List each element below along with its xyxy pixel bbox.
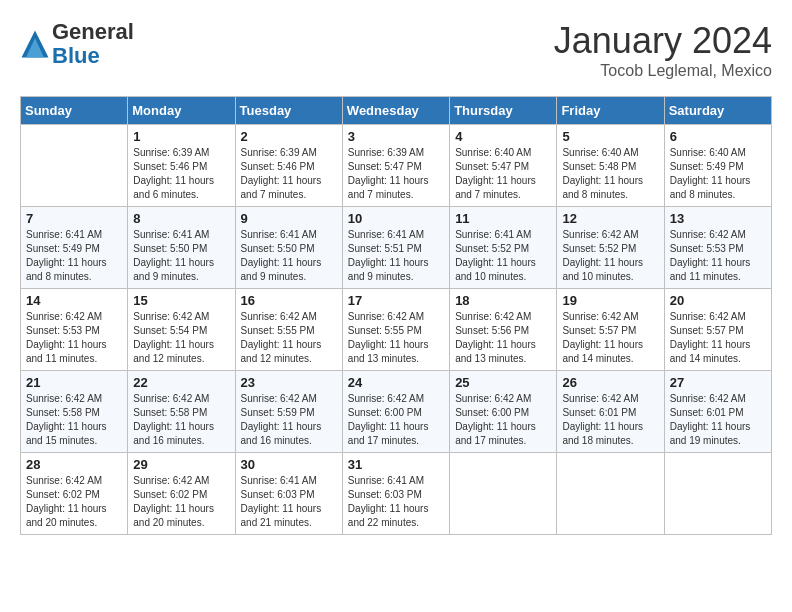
- day-number: 14: [26, 293, 122, 308]
- calendar-day-17: 17Sunrise: 6:42 AMSunset: 5:55 PMDayligh…: [342, 289, 449, 371]
- day-header-thursday: Thursday: [450, 97, 557, 125]
- calendar-day-20: 20Sunrise: 6:42 AMSunset: 5:57 PMDayligh…: [664, 289, 771, 371]
- calendar-day-13: 13Sunrise: 6:42 AMSunset: 5:53 PMDayligh…: [664, 207, 771, 289]
- calendar-empty-cell: [450, 453, 557, 535]
- day-number: 30: [241, 457, 337, 472]
- calendar-day-7: 7Sunrise: 6:41 AMSunset: 5:49 PMDaylight…: [21, 207, 128, 289]
- calendar-day-19: 19Sunrise: 6:42 AMSunset: 5:57 PMDayligh…: [557, 289, 664, 371]
- day-info: Sunrise: 6:42 AMSunset: 5:55 PMDaylight:…: [348, 310, 444, 366]
- calendar-day-16: 16Sunrise: 6:42 AMSunset: 5:55 PMDayligh…: [235, 289, 342, 371]
- day-number: 26: [562, 375, 658, 390]
- day-number: 7: [26, 211, 122, 226]
- calendar-day-6: 6Sunrise: 6:40 AMSunset: 5:49 PMDaylight…: [664, 125, 771, 207]
- calendar-table: SundayMondayTuesdayWednesdayThursdayFrid…: [20, 96, 772, 535]
- calendar-day-2: 2Sunrise: 6:39 AMSunset: 5:46 PMDaylight…: [235, 125, 342, 207]
- day-header-saturday: Saturday: [664, 97, 771, 125]
- day-number: 8: [133, 211, 229, 226]
- calendar-day-3: 3Sunrise: 6:39 AMSunset: 5:47 PMDaylight…: [342, 125, 449, 207]
- day-number: 18: [455, 293, 551, 308]
- calendar-day-31: 31Sunrise: 6:41 AMSunset: 6:03 PMDayligh…: [342, 453, 449, 535]
- day-info: Sunrise: 6:41 AMSunset: 5:51 PMDaylight:…: [348, 228, 444, 284]
- calendar-day-5: 5Sunrise: 6:40 AMSunset: 5:48 PMDaylight…: [557, 125, 664, 207]
- day-number: 6: [670, 129, 766, 144]
- day-number: 19: [562, 293, 658, 308]
- calendar-day-14: 14Sunrise: 6:42 AMSunset: 5:53 PMDayligh…: [21, 289, 128, 371]
- day-number: 1: [133, 129, 229, 144]
- day-info: Sunrise: 6:41 AMSunset: 6:03 PMDaylight:…: [241, 474, 337, 530]
- day-info: Sunrise: 6:39 AMSunset: 5:47 PMDaylight:…: [348, 146, 444, 202]
- calendar-empty-cell: [664, 453, 771, 535]
- day-info: Sunrise: 6:41 AMSunset: 5:49 PMDaylight:…: [26, 228, 122, 284]
- day-number: 13: [670, 211, 766, 226]
- calendar-week-row: 1Sunrise: 6:39 AMSunset: 5:46 PMDaylight…: [21, 125, 772, 207]
- calendar-day-28: 28Sunrise: 6:42 AMSunset: 6:02 PMDayligh…: [21, 453, 128, 535]
- day-info: Sunrise: 6:39 AMSunset: 5:46 PMDaylight:…: [241, 146, 337, 202]
- calendar-day-10: 10Sunrise: 6:41 AMSunset: 5:51 PMDayligh…: [342, 207, 449, 289]
- day-info: Sunrise: 6:42 AMSunset: 5:58 PMDaylight:…: [133, 392, 229, 448]
- day-number: 21: [26, 375, 122, 390]
- calendar-day-29: 29Sunrise: 6:42 AMSunset: 6:02 PMDayligh…: [128, 453, 235, 535]
- day-info: Sunrise: 6:42 AMSunset: 6:01 PMDaylight:…: [562, 392, 658, 448]
- day-number: 12: [562, 211, 658, 226]
- day-number: 24: [348, 375, 444, 390]
- day-info: Sunrise: 6:41 AMSunset: 5:52 PMDaylight:…: [455, 228, 551, 284]
- calendar-day-27: 27Sunrise: 6:42 AMSunset: 6:01 PMDayligh…: [664, 371, 771, 453]
- day-header-monday: Monday: [128, 97, 235, 125]
- day-info: Sunrise: 6:42 AMSunset: 5:58 PMDaylight:…: [26, 392, 122, 448]
- day-number: 11: [455, 211, 551, 226]
- day-number: 5: [562, 129, 658, 144]
- logo-blue: Blue: [52, 44, 134, 68]
- calendar-header-row: SundayMondayTuesdayWednesdayThursdayFrid…: [21, 97, 772, 125]
- day-number: 20: [670, 293, 766, 308]
- day-number: 3: [348, 129, 444, 144]
- day-number: 2: [241, 129, 337, 144]
- calendar-day-21: 21Sunrise: 6:42 AMSunset: 5:58 PMDayligh…: [21, 371, 128, 453]
- day-info: Sunrise: 6:42 AMSunset: 5:56 PMDaylight:…: [455, 310, 551, 366]
- day-number: 15: [133, 293, 229, 308]
- calendar-day-9: 9Sunrise: 6:41 AMSunset: 5:50 PMDaylight…: [235, 207, 342, 289]
- day-info: Sunrise: 6:41 AMSunset: 6:03 PMDaylight:…: [348, 474, 444, 530]
- title-section: January 2024 Tocob Leglemal, Mexico: [554, 20, 772, 80]
- calendar-day-11: 11Sunrise: 6:41 AMSunset: 5:52 PMDayligh…: [450, 207, 557, 289]
- day-info: Sunrise: 6:40 AMSunset: 5:47 PMDaylight:…: [455, 146, 551, 202]
- day-info: Sunrise: 6:41 AMSunset: 5:50 PMDaylight:…: [133, 228, 229, 284]
- day-info: Sunrise: 6:41 AMSunset: 5:50 PMDaylight:…: [241, 228, 337, 284]
- day-header-friday: Friday: [557, 97, 664, 125]
- day-info: Sunrise: 6:42 AMSunset: 6:02 PMDaylight:…: [133, 474, 229, 530]
- location: Tocob Leglemal, Mexico: [554, 62, 772, 80]
- calendar-empty-cell: [21, 125, 128, 207]
- day-info: Sunrise: 6:42 AMSunset: 5:53 PMDaylight:…: [670, 228, 766, 284]
- day-number: 10: [348, 211, 444, 226]
- day-info: Sunrise: 6:42 AMSunset: 5:57 PMDaylight:…: [562, 310, 658, 366]
- calendar-day-15: 15Sunrise: 6:42 AMSunset: 5:54 PMDayligh…: [128, 289, 235, 371]
- calendar-day-12: 12Sunrise: 6:42 AMSunset: 5:52 PMDayligh…: [557, 207, 664, 289]
- day-number: 23: [241, 375, 337, 390]
- day-info: Sunrise: 6:40 AMSunset: 5:49 PMDaylight:…: [670, 146, 766, 202]
- day-info: Sunrise: 6:42 AMSunset: 5:54 PMDaylight:…: [133, 310, 229, 366]
- calendar-day-18: 18Sunrise: 6:42 AMSunset: 5:56 PMDayligh…: [450, 289, 557, 371]
- calendar-day-30: 30Sunrise: 6:41 AMSunset: 6:03 PMDayligh…: [235, 453, 342, 535]
- calendar-day-24: 24Sunrise: 6:42 AMSunset: 6:00 PMDayligh…: [342, 371, 449, 453]
- day-number: 31: [348, 457, 444, 472]
- day-number: 22: [133, 375, 229, 390]
- logo-text: General Blue: [52, 20, 134, 68]
- day-info: Sunrise: 6:42 AMSunset: 6:00 PMDaylight:…: [348, 392, 444, 448]
- day-number: 25: [455, 375, 551, 390]
- day-info: Sunrise: 6:42 AMSunset: 6:00 PMDaylight:…: [455, 392, 551, 448]
- calendar-day-4: 4Sunrise: 6:40 AMSunset: 5:47 PMDaylight…: [450, 125, 557, 207]
- calendar-day-26: 26Sunrise: 6:42 AMSunset: 6:01 PMDayligh…: [557, 371, 664, 453]
- logo-icon: [20, 29, 50, 59]
- day-info: Sunrise: 6:42 AMSunset: 6:02 PMDaylight:…: [26, 474, 122, 530]
- day-info: Sunrise: 6:42 AMSunset: 5:59 PMDaylight:…: [241, 392, 337, 448]
- calendar-day-8: 8Sunrise: 6:41 AMSunset: 5:50 PMDaylight…: [128, 207, 235, 289]
- calendar-day-23: 23Sunrise: 6:42 AMSunset: 5:59 PMDayligh…: [235, 371, 342, 453]
- calendar-day-1: 1Sunrise: 6:39 AMSunset: 5:46 PMDaylight…: [128, 125, 235, 207]
- day-number: 17: [348, 293, 444, 308]
- day-info: Sunrise: 6:42 AMSunset: 6:01 PMDaylight:…: [670, 392, 766, 448]
- day-info: Sunrise: 6:42 AMSunset: 5:53 PMDaylight:…: [26, 310, 122, 366]
- calendar-week-row: 21Sunrise: 6:42 AMSunset: 5:58 PMDayligh…: [21, 371, 772, 453]
- calendar-day-25: 25Sunrise: 6:42 AMSunset: 6:00 PMDayligh…: [450, 371, 557, 453]
- day-info: Sunrise: 6:42 AMSunset: 5:52 PMDaylight:…: [562, 228, 658, 284]
- day-header-wednesday: Wednesday: [342, 97, 449, 125]
- day-info: Sunrise: 6:42 AMSunset: 5:57 PMDaylight:…: [670, 310, 766, 366]
